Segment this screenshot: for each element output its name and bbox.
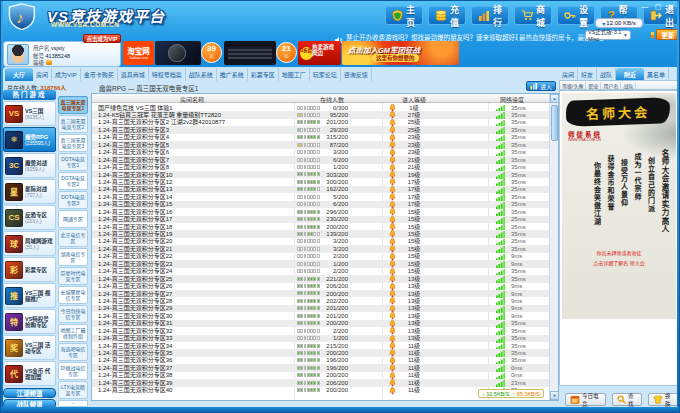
room-row[interactable]: 1.24-真三国无双积分专区4315/20023级35ms — [92, 134, 549, 141]
room-row[interactable]: 1.24-真三国无双积分专区329/20025级35ms — [92, 126, 549, 133]
subzone-item[interactable]: 真三国无双电竞专区2 — [58, 115, 88, 133]
room-row[interactable]: 1.24-真三国无双积分专区34215/20011级35ms — [92, 342, 549, 349]
tab-房间[interactable]: 房间 — [33, 68, 52, 81]
taobao-ad[interactable]: 淘宝网Taobao.com — [123, 41, 154, 65]
subzone-item[interactable]: DOTA电竞专区2 — [58, 172, 88, 190]
room-row[interactable]: 1.24-真三国无双积分专区18200/20015级25ms — [92, 223, 549, 230]
room-row[interactable]: 1.24-真三国无双积分专区26206/20013级9ms — [92, 283, 549, 290]
version-select[interactable]: VS正式版-3.1 Misc ▼ — [585, 30, 631, 40]
subzone-item[interactable]: 网通专区 — [58, 210, 88, 228]
game-item[interactable]: CS反恐专区(203人) — [3, 205, 56, 230]
today-esports-button[interactable]: 今日电竞 — [565, 393, 606, 406]
tab-咨询反馈[interactable]: 咨询反馈 — [341, 68, 372, 81]
maximize-icon[interactable]: ▢ — [653, 3, 663, 11]
room-row[interactable]: 1.24-K5钻真三冠军 花落王朝 重量级别TT282095/20027级35m… — [92, 111, 549, 118]
master-conference-poster[interactable]: 名师大会 师徒系统 WWW.VSA.COM.CN 名师大会邀请实力高人创立自己的… — [562, 93, 676, 319]
game-item[interactable]: 彩彩票专区 — [3, 257, 56, 282]
minimize-icon[interactable]: — — [640, 3, 650, 11]
toolbar-button-recharge[interactable]: 充值 — [428, 6, 466, 25]
toolbar-button-settings[interactable]: 设置 — [557, 6, 595, 25]
subzone-item[interactable]: DI挑战电信专区 — [58, 362, 88, 380]
search-button[interactable]: 查找 — [612, 393, 642, 406]
subzone-item[interactable]: 湖南电信专区 — [58, 248, 88, 266]
game-item[interactable]: 球局域网游戏(55人) — [3, 231, 56, 256]
room-row[interactable]: 1.24-真三国无双积分专区19139/20015级35ms — [92, 230, 549, 237]
room-row[interactable]: 1.24-真三国无双积分专区231/20015级9ms — [92, 260, 549, 267]
room-row[interactable]: 1.24-真三国无双积分专区35200/20011级35ms — [92, 349, 549, 356]
subzone-item[interactable]: DOTA电竞专区1 — [58, 153, 88, 171]
room-row[interactable]: 1.24-真三国无双积分专区28202/20013级9ms — [92, 297, 549, 304]
scroll-up-icon[interactable]: ▲ — [550, 94, 559, 103]
room-row[interactable]: 1.24-真三国无双积分专区10303/20019级35ms — [92, 171, 549, 178]
channel-button-江湖频道[interactable]: 江湖频道 — [3, 388, 56, 398]
room-row[interactable]: 1.24-真三国无双积分专区37196/20011级0ms — [92, 364, 549, 371]
room-row[interactable]: 1.24-真三国无双积分专区213/20015级35ms — [92, 245, 549, 252]
tab-彩票专区[interactable]: 彩票专区 — [248, 68, 279, 81]
table-scrollbar[interactable]: ▲ ▼ — [549, 94, 558, 400]
room-row[interactable]: 1.24-真三国无双积分专区2 江湖2v2群42010877201/20025级… — [92, 119, 549, 126]
room-row[interactable]: 1.24-真三国无双积分专区242/20015级35ms — [92, 268, 549, 275]
room-row[interactable]: 1.24-真三国无双积分专区27200/20013级9ms — [92, 290, 549, 297]
room-row[interactable]: 1.24-真三国无双积分专区331/20013级35ms — [92, 335, 549, 342]
room-row[interactable]: 1.24-真三国无双积分专区36196/20011级35ms — [92, 357, 549, 364]
game-item[interactable]: 推VS三国 视频推广 — [3, 283, 56, 308]
subzone-item[interactable]: LTX电竞精英专区 — [58, 381, 88, 399]
scroll-thumb[interactable] — [551, 105, 558, 141]
room-row[interactable]: 1.24-真三国无双积分专区29201/20013级9ms — [92, 305, 549, 312]
close-icon[interactable]: ✕ — [666, 3, 676, 11]
toolbar-button-home[interactable]: 主页 — [385, 6, 423, 25]
tab-特权号档案[interactable]: 特权号档案 — [149, 68, 186, 81]
game-item[interactable]: 代VS金币 代理加盟 — [3, 361, 56, 386]
room-row[interactable]: 1.24-真三国无双积分专区12300/20017级35ms — [92, 178, 549, 185]
subzone-item[interactable]: 真三国无双电竞专区3 — [58, 134, 88, 152]
tab-大厅[interactable]: 大厅 — [5, 68, 33, 81]
gm-banner-ad[interactable]: 点击加入GM军团征战 这里有你想要的 — [342, 41, 459, 65]
keyboard-ad[interactable] — [224, 41, 276, 65]
room-row[interactable]: 1.24-真三国无双积分专区156/20017级35ms — [92, 201, 549, 208]
toolbar-button-mall[interactable]: 商城 — [514, 6, 552, 25]
room-row[interactable]: 1.24-真三国无双积分专区145/20017级35ms — [92, 193, 549, 200]
room-row[interactable]: 1.24-真三国无双积分专区587/20023级35ms — [92, 141, 549, 148]
room-row[interactable]: 1.24-真三国无双积分专区17230/20015级25ms — [92, 216, 549, 223]
room-row[interactable]: 1.24-真三国无双积分专区16296/20015级35ms — [92, 208, 549, 215]
game-item[interactable]: ❄魔兽RPG(235595人) — [3, 127, 56, 152]
room-row[interactable]: 1.24-真三国无双积分专区222/20015级9ms — [92, 253, 549, 260]
room-row[interactable]: 1.24-真三国无双积分专区39206/20011级23ms — [92, 379, 549, 386]
scroll-down-icon[interactable]: ▼ — [550, 391, 559, 400]
room-row[interactable]: 1.24-真三国无双积分专区81/20021级35ms — [92, 164, 549, 171]
game-item[interactable]: 3C魔兽对战(9259人) — [3, 153, 56, 178]
game-item[interactable]: 奖VS三国 活动专区 — [3, 335, 56, 360]
subzone-item[interactable]: 地图工厂最终制作组 — [58, 324, 88, 342]
subzone-scroll[interactable]: - — [58, 400, 88, 407]
tab-道具商城[interactable]: 道具商城 — [118, 68, 149, 81]
room-row[interactable]: 1.24-真三国无双积分专区30201/20013级9ms — [92, 312, 549, 319]
tab-地图工厂[interactable]: 地图工厂 — [279, 68, 310, 81]
subzone-item[interactable]: 北京电信专区 — [58, 229, 88, 247]
skin-button[interactable]: 换肤 — [648, 393, 679, 406]
room-row[interactable]: 1.24-真三国无双积分专区76/20021级35ms — [92, 156, 549, 163]
mentor-link[interactable]: 点击详细了解名 师大会 — [562, 259, 676, 266]
room-row[interactable]: 1.24-真三国无双积分专区203/20015级25ms — [92, 238, 549, 245]
game-item[interactable]: VSVS三国(8135人) — [3, 101, 56, 126]
toolbar-button-rank[interactable]: 排行 — [471, 6, 509, 25]
subzone-item[interactable]: 今日剑侠电信专区 — [58, 305, 88, 323]
game-item[interactable]: 星星际对战(707人) — [3, 179, 56, 204]
game-item[interactable]: 特VS特权号 抢购专区 — [3, 309, 56, 334]
vip-badge-button[interactable]: 点击成为VIP — [83, 34, 121, 43]
room-row[interactable]: 1.24-真三国无双积分专区13162/20017级25ms — [92, 186, 549, 193]
subzone-item[interactable]: DOTA电竞专区3 — [58, 191, 88, 209]
room-row[interactable]: 1.24-真三国无双积分专区25221/20013级35ms — [92, 275, 549, 282]
room-row[interactable]: 1.24-真三国无双积分专区38200/20011级0ms — [92, 372, 549, 379]
tab-金币卡购买[interactable]: 金币卡购买 — [81, 68, 118, 81]
room-row[interactable]: 国产绿色竞技 VS三国 体验10/3001级35ms — [92, 104, 549, 111]
avatar[interactable] — [7, 44, 29, 65]
hot-sale-ad[interactable]: 3折起 热卖游戏周边 — [298, 41, 341, 65]
subzone-item[interactable]: 真三国无双电竞专区1 — [58, 96, 88, 114]
tab-玩家论坛[interactable]: 玩家论坛 — [310, 68, 341, 81]
subzone-item[interactable]: 巨星时代电竞专区 — [58, 267, 88, 285]
room-row[interactable]: 1.24-真三国无双积分专区31200/20013级35ms — [92, 320, 549, 327]
subzone-item[interactable]: 海选吧电信专区 — [58, 343, 88, 361]
mouse-ad[interactable] — [155, 41, 201, 65]
tab-成为VIP[interactable]: 成为VIP — [52, 68, 81, 81]
room-row[interactable]: 1.24-真三国无双积分专区322/20013级35ms — [92, 327, 549, 334]
